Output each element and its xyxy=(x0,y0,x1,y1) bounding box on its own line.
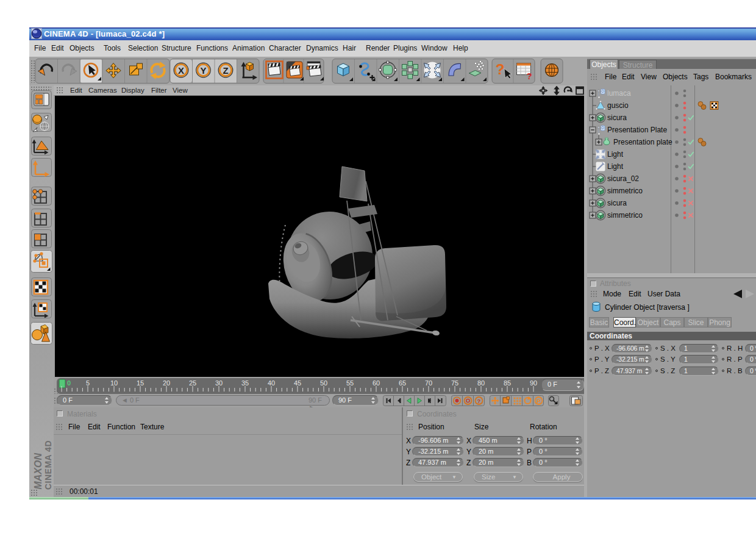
svg-text:sicura: sicura xyxy=(607,199,627,207)
svg-text:?: ? xyxy=(477,398,481,404)
svg-text:10: 10 xyxy=(110,379,118,387)
svg-text:40: 40 xyxy=(268,379,275,387)
svg-text:simmetrico: simmetrico xyxy=(607,211,643,220)
svg-text:0: 0 xyxy=(67,379,71,387)
svg-text:0: 0 xyxy=(602,88,604,94)
svg-text:5: 5 xyxy=(86,379,90,387)
svg-text:90: 90 xyxy=(530,379,537,387)
svg-text:25: 25 xyxy=(189,379,196,387)
svg-text:X: X xyxy=(178,65,184,76)
svg-text:15: 15 xyxy=(137,379,144,387)
svg-text:guscio: guscio xyxy=(607,101,629,110)
svg-text:Light: Light xyxy=(607,150,624,159)
svg-text:0: 0 xyxy=(602,125,604,131)
svg-text:75: 75 xyxy=(451,379,458,387)
svg-text:P: P xyxy=(537,398,541,404)
svg-text:50: 50 xyxy=(320,379,327,387)
svg-text:Light: Light xyxy=(607,162,624,171)
svg-text:85: 85 xyxy=(504,379,511,387)
svg-text:35: 35 xyxy=(241,379,249,387)
svg-text:?: ? xyxy=(526,71,532,81)
svg-text:Z: Z xyxy=(223,65,228,76)
svg-text:Presentation plate: Presentation plate xyxy=(613,138,672,146)
svg-text:45: 45 xyxy=(294,379,301,387)
svg-text:lumaca: lumaca xyxy=(607,89,631,98)
svg-text:60: 60 xyxy=(373,379,380,387)
svg-text:Y: Y xyxy=(200,65,206,76)
svg-text:80: 80 xyxy=(477,379,485,387)
svg-text:30: 30 xyxy=(215,379,223,387)
svg-text:?: ? xyxy=(496,61,505,77)
svg-text:70: 70 xyxy=(425,379,432,387)
svg-text:55: 55 xyxy=(346,379,354,387)
svg-text:Presentation Plate: Presentation Plate xyxy=(607,126,667,134)
svg-text:20: 20 xyxy=(163,379,170,387)
svg-text:65: 65 xyxy=(399,379,406,387)
svg-text:simmetrico: simmetrico xyxy=(607,187,643,195)
svg-text:sicura: sicura xyxy=(607,113,627,122)
svg-text:sicura_02: sicura_02 xyxy=(607,174,639,183)
